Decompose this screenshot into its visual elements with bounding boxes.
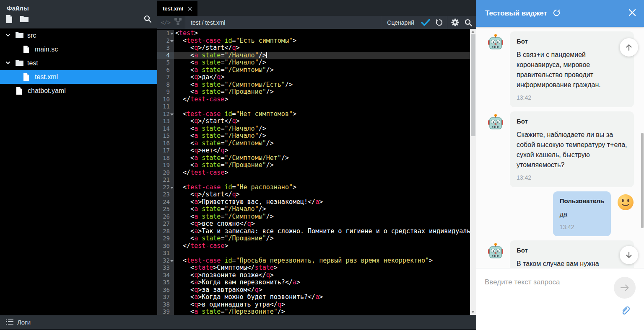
undo-icon[interactable] <box>434 16 444 29</box>
line-number: 39 <box>157 308 174 315</box>
chevron-down-icon[interactable] <box>5 32 12 39</box>
token-t: a <box>194 52 198 59</box>
scrollbar-thumb[interactable] <box>471 34 475 136</box>
token-p: < <box>175 44 194 52</box>
token-a: state <box>202 206 221 213</box>
code-row-12: 12 <test-case id="Нет симптомов"> <box>157 111 470 118</box>
token-p: < <box>175 213 194 220</box>
token-p: > <box>198 191 202 198</box>
folder-icon <box>16 59 23 67</box>
tree-item-label: chatbot.yaml <box>28 87 66 95</box>
token-p <box>198 81 202 88</box>
token-t: a <box>315 199 319 206</box>
message-input[interactable] <box>485 276 606 289</box>
token-p: </ <box>224 191 232 198</box>
tree-item-test-xml[interactable]: test.xml <box>0 70 157 84</box>
send-button[interactable] <box>614 277 636 299</box>
message-author: Бот <box>517 38 627 45</box>
logs-icon <box>6 319 13 326</box>
token-p: </ <box>209 74 217 81</box>
tab-close-icon[interactable] <box>188 5 192 13</box>
token-p <box>198 125 202 132</box>
code-line-text: </test-case> <box>174 242 470 250</box>
code-editor[interactable]: 1<test>2 <test-case id="Есть симптомы">3… <box>157 29 470 315</box>
chat-message-list: БотВ связ+и с пандемией коронавируса, ми… <box>476 27 644 268</box>
fold-toggle-icon[interactable] <box>170 113 174 116</box>
bot-message: БотВ таком случае вам нужна <box>476 240 644 268</box>
token-t: q <box>194 286 198 294</box>
chat-scrollbar-thumb[interactable] <box>641 133 644 228</box>
code-row-17: 17 <q>нет</q> <box>157 147 470 155</box>
line-number: 30 <box>157 242 174 250</box>
tree-view-icon[interactable] <box>174 18 182 27</box>
new-file-icon[interactable] <box>6 15 13 25</box>
token-p: > <box>293 111 296 118</box>
code-line-text: <state>Симптомы</state> <box>174 264 470 272</box>
token-a: state <box>202 59 221 66</box>
scroll-to-top-button[interactable] <box>620 38 638 57</box>
tree-item-src[interactable]: src <box>0 28 157 42</box>
scrollbar-up-arrow[interactable] <box>471 31 475 33</box>
attachment-icon[interactable] <box>619 304 631 316</box>
file-explorer-chrome: Файлы <box>0 0 157 28</box>
gear-icon[interactable] <box>449 16 460 29</box>
message-text: В связ+и с пандемией коронавируса, миров… <box>517 50 627 90</box>
code-line-text: <test-case id="Просьба перезвонить, перв… <box>174 257 470 265</box>
code-row-22: 22 <test-case id="Не распознано"> <box>157 184 470 191</box>
fold-toggle-icon[interactable] <box>170 40 174 42</box>
fold-toggle-icon[interactable] <box>170 260 174 262</box>
code-line-text: <q>/start</q> <box>174 44 470 52</box>
token-t: test <box>179 30 194 37</box>
tree-item-main-sc[interactable]: main.sc <box>0 42 157 56</box>
line-number: 18 <box>157 155 174 162</box>
token-p: > <box>224 96 228 103</box>
message-text: Скажите, наблюдаете ли вы за собой высок… <box>517 130 627 170</box>
tab-label: test.xml <box>163 5 183 12</box>
new-folder-icon[interactable] <box>20 15 29 24</box>
message-text: да <box>560 209 604 219</box>
validate-check-icon[interactable] <box>420 16 431 29</box>
token-p <box>198 132 202 139</box>
token-a: state <box>202 88 221 95</box>
code-line-text: <test-case id="Есть симптомы"> <box>174 37 470 45</box>
token-p: < <box>175 279 194 286</box>
logs-bar[interactable]: Логи <box>0 315 476 330</box>
editor-scrollbar[interactable] <box>470 29 476 315</box>
code-view-icon[interactable]: </> <box>161 19 170 26</box>
fold-toggle-icon[interactable] <box>170 33 174 35</box>
tree-item-test[interactable]: test <box>0 56 157 70</box>
token-x: нет <box>202 147 213 154</box>
code-line-text: <a state="/Начало"/> <box>174 125 470 133</box>
scroll-to-bottom-button[interactable] <box>620 246 638 264</box>
editor-tabbar: test.xml <box>157 0 476 16</box>
code-row-18: 18 <a state="/Симптомы/Нет"/> <box>157 155 470 162</box>
message-author: Бот <box>517 118 627 125</box>
code-line-text: <a state="/Симптомы"/> <box>174 213 470 221</box>
token-s: "/Прощание" <box>224 88 266 95</box>
token-x: /start <box>202 44 224 52</box>
chevron-down-icon[interactable] <box>5 60 12 67</box>
message-card: БотВ связ+и с пандемией коронавируса, ми… <box>510 31 634 107</box>
token-p: > <box>198 220 202 227</box>
refresh-icon[interactable] <box>553 9 561 18</box>
tree-item-label: main.sc <box>35 46 58 53</box>
scrollbar-down-arrow[interactable] <box>471 311 475 313</box>
code-line-text: </test-case> <box>174 96 470 103</box>
tree-item-chatbot-yaml[interactable]: chatbot.yaml <box>0 84 157 98</box>
token-p: > <box>236 44 240 52</box>
token-p: /> <box>266 235 274 242</box>
code-row-23: 23 <q>/start</q> <box>157 191 470 199</box>
fold-toggle-icon[interactable] <box>170 187 174 189</box>
tab-test-xml[interactable]: test.xml <box>157 1 197 16</box>
token-p: < <box>175 147 194 154</box>
token-t: q <box>194 272 198 279</box>
search-files-icon[interactable] <box>144 15 151 24</box>
code-row-5: 5 <a state="/Начало"/> <box>157 59 470 67</box>
close-icon[interactable] <box>628 8 636 18</box>
code-line-text: <q>за завтраком</q> <box>174 286 470 294</box>
token-p: < <box>175 37 187 44</box>
code-line-text: <q>/start</q> <box>174 191 470 199</box>
search-code-icon[interactable] <box>463 16 474 29</box>
code-row-37: 37 <a>Когда можно будет позвонить?</a> <box>157 294 470 301</box>
message-text: В таком случае вам нужна <box>517 259 627 268</box>
